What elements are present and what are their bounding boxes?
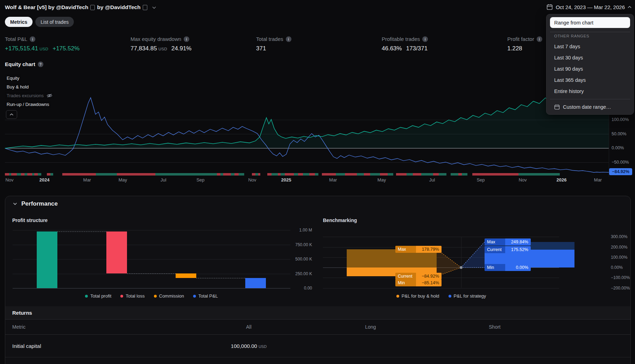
menu-item-entire-history[interactable]: Entire history (546, 86, 634, 97)
winning-trade-marker (271, 173, 278, 176)
bar-total-p-l (245, 278, 266, 288)
column-all: All (246, 324, 252, 330)
eye-off-icon (47, 93, 52, 98)
menu-item-last-90-days[interactable]: Last 90 days (546, 63, 634, 74)
gap (318, 173, 322, 176)
metric-total-pnl: Total P&Li +175,515.41USD+175.52% (5, 36, 124, 52)
collapse-legend-button[interactable] (6, 110, 17, 119)
winning-trade-marker (96, 173, 117, 176)
chevron-down-icon (13, 202, 17, 205)
table-row[interactable]: Initial capital100,000.00USD (5, 334, 630, 357)
date-range-label: Oct 24, 2023 — Mar 22, 2026 (556, 4, 625, 10)
losing-trade-marker (11, 173, 17, 176)
losing-trade-marker (117, 173, 155, 176)
metric-value-secondary: 173/371 (406, 45, 428, 52)
gridline (323, 288, 559, 288)
chevron-up-icon (628, 6, 632, 8)
losing-trade-marker (472, 173, 518, 176)
column-metric: Metric (12, 324, 26, 330)
legend-dot (154, 295, 157, 298)
losing-trade-marker (364, 173, 370, 176)
legend-equity[interactable]: Equity (5, 74, 21, 82)
metric-label: Total trades (256, 36, 283, 42)
legend-dot (85, 295, 88, 298)
menu-item-last-365-days[interactable]: Last 365 days (546, 74, 634, 86)
metric-profitable-trades: Profitable tradesi 46.63%173/371 (382, 36, 501, 52)
losing-trade-marker (278, 173, 281, 176)
losing-trade-marker (252, 173, 255, 176)
info-icon[interactable]: i (422, 36, 428, 42)
winning-trade-marker (421, 173, 433, 176)
metric-value: 77,834.85 (130, 45, 157, 52)
y-axis-label: −50.00% (612, 160, 629, 165)
buy-hold-last-value-badge: −84.92% (609, 168, 632, 175)
bar-commission (176, 273, 196, 278)
winning-trade-marker (220, 173, 223, 176)
info-icon[interactable]: i (30, 36, 35, 42)
metric-value: 46.63% (382, 45, 402, 52)
info-icon[interactable]: i (286, 36, 291, 42)
buy-hold-max-range (347, 249, 437, 267)
winning-trade-marker (38, 173, 41, 176)
metric-value: +175,515.41 (5, 45, 38, 52)
tab-list-of-trades[interactable]: List of trades (35, 17, 74, 27)
profit-structure-title: Profit structure (12, 217, 48, 223)
center-axis (461, 237, 461, 288)
strategy-current-range (485, 250, 574, 267)
winning-trade-marker (388, 173, 393, 176)
losing-trade-marker (380, 173, 388, 176)
tab-metrics[interactable]: Metrics (5, 17, 33, 27)
winning-trade-marker (239, 173, 244, 176)
losing-trade-marker (21, 173, 24, 176)
metric-value: 371 (256, 45, 266, 52)
losing-trade-marker (267, 173, 271, 176)
legend-trades-excursions[interactable]: Trades excursions (5, 92, 54, 99)
x-axis-label: May (119, 177, 127, 183)
legend-runup-drawdowns[interactable]: Run-up / Drawdowns (5, 101, 51, 108)
benchmarking-legend: P&L for buy & holdP&L for strategy (323, 293, 559, 299)
buy-hold-min-badge: Min−85.14% (395, 279, 442, 286)
chevron-up-icon (9, 113, 14, 116)
y-axis-label: 1.00 M (292, 228, 312, 233)
help-icon[interactable]: ? (38, 62, 43, 67)
buy-hold-max-badge: Max178.79% (395, 246, 442, 253)
performance-section-toggle[interactable]: Performance (13, 200, 58, 207)
gap (446, 173, 451, 176)
winning-trade-marker (294, 173, 298, 176)
legend-item: P&L for buy & hold (396, 293, 439, 299)
x-axis-label: Sep (196, 177, 204, 183)
winning-trade-marker (518, 173, 560, 176)
losing-trade-marker (298, 173, 303, 176)
table-row[interactable]: Open P&L0USD (5, 357, 630, 364)
legend-buy-and-hold[interactable]: Buy & hold (5, 83, 30, 91)
gridline (13, 288, 290, 288)
menu-item-custom-date-range[interactable]: Custom date range… (546, 101, 634, 113)
x-axis-label: Mar (594, 177, 602, 183)
equity-x-axis[interactable]: Nov2024MarMayJulSepNov2025MarMayJulSepNo… (5, 177, 609, 184)
menu-item-last-7-days[interactable]: Last 7 days (546, 41, 634, 52)
column-short: Short (489, 324, 500, 330)
gridline (323, 278, 559, 278)
info-icon[interactable]: i (184, 36, 189, 42)
strategy-max-range (485, 242, 574, 267)
y-axis-label: 50.00% (612, 131, 626, 136)
x-axis-label: Mar (329, 177, 337, 183)
winning-trade-marker (24, 173, 27, 176)
metric-value: 1.228 (507, 45, 522, 52)
losing-trade-marker (217, 173, 220, 176)
y-axis-label: 500.00 K (292, 257, 312, 262)
strategy-title[interactable]: Wolf & Bear [v5] by @DavidTech by @David… (5, 4, 156, 10)
metric-value-secondary: +175.52% (52, 45, 79, 52)
info-icon[interactable]: i (537, 36, 542, 42)
y-axis-label: 300.00% (611, 234, 627, 239)
menu-item-last-30-days[interactable]: Last 30 days (546, 52, 634, 63)
x-axis-label: Mar (83, 177, 91, 183)
date-range-button[interactable]: Oct 24, 2023 — Mar 22, 2026 (546, 4, 632, 10)
x-axis-label: Nov (518, 177, 527, 183)
gridline (323, 257, 559, 258)
equity-chart[interactable] (5, 75, 609, 177)
gridline (13, 274, 290, 274)
menu-item-range-from-chart[interactable]: Range from chart (550, 17, 630, 28)
menu-divider (550, 32, 630, 32)
winning-trade-marker (357, 173, 364, 176)
